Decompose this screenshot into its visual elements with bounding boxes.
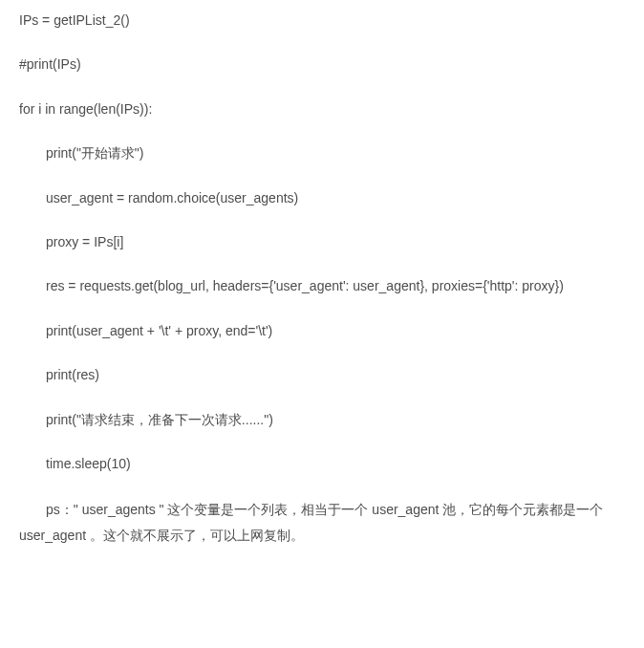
paragraph-text: ps：" user_agents " 这个变量是一个列表，相当于一个 user_… [19, 502, 603, 543]
code-line-3: for i in range(len(IPs)): [19, 98, 625, 119]
code-line-9: print(res) [19, 364, 625, 385]
code-line-5: user_agent = random.choice(user_agents) [19, 187, 625, 208]
code-line-8: print(user_agent + '\t' + proxy, end='\t… [19, 320, 625, 341]
code-line-4: print("开始请求") [19, 142, 625, 163]
code-line-6: proxy = IPs[i] [19, 231, 625, 252]
code-line-2: #print(IPs) [19, 54, 625, 75]
code-line-11: time.sleep(10) [19, 453, 625, 474]
code-line-7: res = requests.get(blog_url, headers={'u… [19, 275, 625, 296]
code-line-10: print("请求结束，准备下一次请求......") [19, 409, 625, 430]
code-line-1: IPs = getIPList_2() [19, 10, 625, 31]
paragraph-note: ps：" user_agents " 这个变量是一个列表，相当于一个 user_… [19, 497, 625, 548]
